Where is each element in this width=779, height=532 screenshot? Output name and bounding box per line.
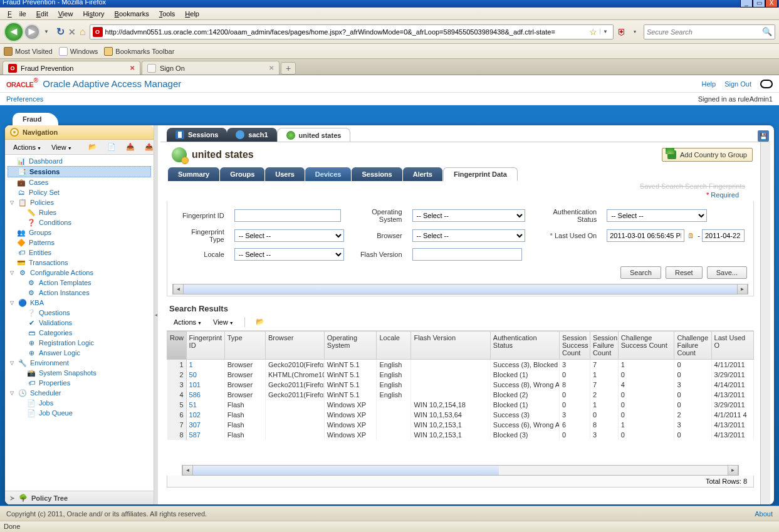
tab-close-icon[interactable]: ✕ [130,65,135,71]
tree-answer-logic[interactable]: ⊕Answer Logic [8,348,151,358]
content-scroll[interactable]: Saved Search Search Fingerprints * Requi… [160,181,760,504]
about-link[interactable]: About [755,510,773,518]
table-row[interactable]: 11BrowserGecko2010(FirefoxWinNT 5.1Engli… [167,360,754,370]
menu-tools[interactable]: Tools [155,9,179,19]
tab-close-icon[interactable]: ✕ [269,65,274,71]
table-row[interactable]: 4586BrowserGecko2011(FirefoxWinNT 5.1Eng… [167,390,754,400]
tree-registration-logic[interactable]: ⊕Registration Logic [8,338,151,348]
vertical-scrollbar[interactable] [760,142,770,504]
close-button[interactable]: X [765,0,778,8]
col-locale[interactable]: Locale [377,331,411,360]
reset-button[interactable]: Reset [666,266,703,279]
col-os[interactable]: Operating System [324,331,377,360]
tree-jobs[interactable]: 📄Jobs [8,398,151,408]
col-last[interactable]: Last Used O [711,331,753,360]
table-hscroll[interactable]: ◄ ► [182,465,739,476]
subtab-groups[interactable]: Groups [220,167,264,181]
cell-fpid[interactable]: 307 [186,420,224,430]
nav-history-dropdown[interactable]: ▼ [40,29,53,34]
cell-fpid[interactable]: 101 [186,380,224,390]
browser-tab-signon[interactable]: Sign On ✕ [142,61,280,75]
tree-rules[interactable]: 📏Rules [8,207,151,217]
input-flash[interactable] [412,248,522,261]
preferences-link[interactable]: Preferences [6,95,43,103]
forward-button[interactable]: ► [24,24,40,40]
help-link[interactable]: Help [702,80,716,88]
select-locale[interactable]: -- Select -- [234,248,344,261]
menu-history[interactable]: History [79,9,108,19]
menu-view[interactable]: View [55,9,77,19]
shield-dropdown[interactable]: ▾ [630,29,640,34]
input-fpid[interactable] [234,209,341,222]
tree-kba[interactable]: ▽🔵KBA [8,298,151,308]
menu-help[interactable]: Help [181,9,203,19]
subtab-alerts[interactable]: Alerts [403,167,442,181]
tree-sessions[interactable]: 📑Sessions [8,166,151,177]
policy-tree-panel[interactable]: ≻ 🌳 Policy Tree [5,491,154,504]
open-icon[interactable]: 📂 [251,316,269,328]
cell-fpid[interactable]: 1 [186,360,224,370]
cell-fpid[interactable]: 586 [186,390,224,400]
bookmark-most-visited[interactable]: Most Visited [4,47,53,56]
nav-view-menu[interactable]: View▼ [47,142,76,153]
table-row[interactable]: 3101BrowserGecko2011(FirefoxWinNT 5.1Eng… [167,380,754,390]
bookmark-toolbar-folder[interactable]: Bookmarks Toolbar [104,47,174,56]
subtab-sessions[interactable]: Sessions [352,167,402,181]
scroll-right-icon[interactable]: ► [728,466,738,475]
form-hscroll[interactable]: ◄ ► [172,284,748,295]
col-flash[interactable]: Flash Version [411,331,490,360]
select-fptype[interactable]: -- Select -- [234,229,344,242]
splitter[interactable] [154,125,158,504]
subtab-summary[interactable]: Summary [168,167,219,181]
select-browser[interactable]: -- Select -- [412,229,525,242]
bookmark-windows[interactable]: Windows [59,47,98,56]
col-ssc[interactable]: Session Success Count [559,331,590,360]
search-icon[interactable]: 🔍 [762,27,772,36]
tab-sessions[interactable]: Sessions [167,128,227,142]
maximize-button[interactable]: ▭ [753,0,765,8]
minimize-button[interactable]: _ [740,0,753,8]
tree-scheduler[interactable]: ▽🕓Scheduler [8,388,151,398]
tree-validations[interactable]: ✔Validations [8,318,151,328]
scroll-left-icon[interactable]: ◄ [173,284,184,294]
tree-action-templates[interactable]: ⚙Action Templates [8,278,151,288]
tree-policies[interactable]: ▽📋Policies [8,197,151,207]
tree-toggle[interactable]: ▽ [9,300,15,306]
tree-conditions[interactable]: ❓Conditions [8,217,151,227]
scroll-right-icon[interactable]: ► [737,284,748,294]
cell-fpid[interactable]: 50 [186,370,224,380]
input-date-from[interactable] [607,229,684,242]
reload-icon[interactable]: ↻ [56,26,65,38]
menu-bookmarks[interactable]: Bookmarks [111,9,153,19]
table-row[interactable]: 250BrowserKHTML(Chrome10WinNT 5.1English… [167,370,754,380]
tree-policyset[interactable]: 🗂Policy Set [8,187,151,197]
menu-edit[interactable]: Edit [33,9,52,19]
col-cfc[interactable]: Challenge Failure Count [674,331,711,360]
tree-groups[interactable]: 👥Groups [8,227,151,237]
add-country-button[interactable]: Add Country to Group [662,148,753,162]
top-tab-fraud[interactable]: Fraud [13,113,58,125]
search-button[interactable]: Search [620,266,661,279]
input-date-to[interactable] [702,229,745,242]
bookmark-star-icon[interactable]: ☆ [587,27,600,37]
tree-patterns[interactable]: 🔶Patterns [8,237,151,248]
new-tab-button[interactable]: + [281,62,296,75]
url-dropdown[interactable]: ▼ [600,29,610,34]
stop-icon[interactable]: ✕ [68,27,76,37]
nav-actions-menu[interactable]: Actions▼ [9,142,46,153]
tree-properties[interactable]: 🏷Properties [8,378,151,388]
tab-user[interactable]: sach1 [227,128,276,142]
scroll-track[interactable] [193,466,499,475]
browser-search-box[interactable]: 🔍 [644,24,775,39]
save-icon[interactable]: 💾 [758,130,769,142]
table-row[interactable]: 551FlashWindows XPWIN 10,2,154,18Blocked… [167,400,754,410]
tree-toggle[interactable]: ▽ [9,360,15,366]
back-button[interactable]: ◄ [4,22,24,42]
select-auth[interactable]: -- Select -- [607,209,707,222]
calendar-icon[interactable]: 🗓 [686,231,696,241]
tree-toggle[interactable]: ▽ [9,270,15,276]
table-row[interactable]: 7307FlashWindows XPWIN 10,2,153,1Success… [167,420,754,430]
results-actions-menu[interactable]: Actions▼ [169,316,206,328]
col-fpid[interactable]: Fingerprint ID [186,331,224,360]
open-icon[interactable]: 📂 [84,141,102,153]
